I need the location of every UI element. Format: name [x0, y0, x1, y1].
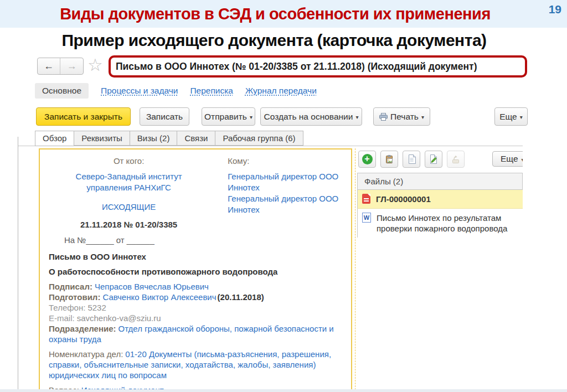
letter-head: От кого: Северо-Западный институт управл…: [40, 149, 351, 245]
recipient-link[interactable]: Генеральный директор ООО Иннотех: [228, 193, 351, 215]
nomenclature-line: Номенклатура дел:01-20 Документы (письма…: [49, 349, 342, 380]
prepared-date: (20.11.2018): [218, 292, 264, 302]
save-button[interactable]: Записать: [140, 107, 189, 126]
chevron-down-icon: ▾: [522, 157, 523, 163]
file-row-pdf[interactable]: ГЛ-000000001: [357, 190, 523, 209]
page-number: 19: [549, 3, 561, 16]
signed-line: Подписал:Чепрасов Вячеслав Юрьевич: [49, 281, 342, 292]
prepared-line: Подготовил:Савченко Виктор Алексеевич(20…: [49, 292, 342, 302]
add-file-button[interactable]: +: [358, 151, 376, 168]
tab-vizy[interactable]: Визы (2): [130, 131, 177, 146]
tab-rekvizity[interactable]: Реквизиты: [74, 131, 130, 146]
phone-line: Телефон:5232: [49, 302, 342, 313]
form-left-border: [18, 137, 18, 389]
letter-from-column: От кого: Северо-Западный институт управл…: [49, 156, 209, 245]
document-title: Письмо в ООО Иннотех (№ 01-20/3385 от 21…: [116, 61, 477, 73]
files-list: Файлы (2) ГЛ-000000001 W Письмо Иннотех …: [357, 173, 523, 238]
chevron-down-icon: ▾: [250, 114, 252, 120]
registration-line: 21.11.2018 № 01-20/3385: [49, 220, 209, 229]
files-toolbar: +: [358, 151, 465, 168]
to-label: Кому:: [228, 156, 351, 166]
slide-title: Виды документов в СЭД и особенности их п…: [22, 0, 528, 28]
document-icon: [408, 154, 416, 164]
email-line: E-mail:savchenko-va@sziu.ru: [49, 313, 342, 323]
chevron-down-icon: ▾: [421, 114, 424, 120]
preview-splitter[interactable]: [355, 148, 355, 390]
plus-icon: +: [362, 154, 373, 164]
document-title-highlight: Письмо в ООО Иннотех (№ 01-20/3385 от 21…: [109, 55, 527, 78]
chevron-down-icon: ▾: [520, 114, 523, 120]
create-based-on-button[interactable]: Создать на основании ▾: [260, 107, 362, 126]
forward-arrow-icon[interactable]: →: [60, 58, 83, 74]
tab-obzor[interactable]: Обзор: [35, 131, 74, 146]
slide: Виды документов в СЭД и особенности их п…: [0, 0, 567, 392]
tab-svyazi[interactable]: Связи: [177, 131, 215, 146]
department-line: Подразделение:Отдел гражданской обороны,…: [49, 323, 342, 344]
from-organization-link[interactable]: Северо-Западный институт управления РАНХ…: [49, 171, 209, 193]
letter-title: Письмо в ООО Иннотех: [49, 251, 342, 262]
slide-header-band: Виды документов в СЭД и особенности их п…: [0, 0, 567, 28]
tab-zhurnal-peredachi[interactable]: Журнал передачи: [245, 86, 317, 96]
slide-bottom-strip: [0, 389, 567, 392]
more-button[interactable]: Еще ▾: [494, 107, 528, 126]
tab-osnovnoe[interactable]: Основное: [35, 83, 89, 99]
prepared-by-link[interactable]: Савченко Виктор Алексеевич: [102, 292, 216, 302]
finish-editing-icon: [451, 155, 460, 164]
print-button[interactable]: Печать ▾: [373, 107, 430, 126]
chevron-down-icon: ▾: [355, 114, 358, 120]
pdf-file-icon: [362, 194, 370, 204]
history-nav-group: ← →: [37, 58, 84, 75]
files-list-header: Файлы (2): [357, 173, 523, 190]
letter-subject: О работоспособности противопожарного вод…: [49, 266, 342, 277]
file-row-word[interactable]: W Письмо Иннотех по результатам проверки…: [357, 209, 523, 238]
file-name: Письмо Иннотех по результатам проверки п…: [377, 213, 519, 234]
back-arrow-icon[interactable]: ←: [38, 58, 60, 74]
document-tabs: Обзор Реквизиты Визы (2) Связи Рабочая г…: [35, 131, 303, 146]
view-file-button[interactable]: [403, 151, 420, 168]
recipient-link[interactable]: Генеральный директор ООО Иннотех: [228, 171, 351, 193]
letter-preview: От кого: Северо-Западный институт управл…: [39, 148, 352, 390]
signed-by-link[interactable]: Чепрасов Вячеслав Юрьевич: [95, 282, 209, 291]
from-label: От кого:: [49, 156, 209, 166]
edit-file-button[interactable]: [425, 151, 442, 168]
favorite-star-icon[interactable]: ☆: [87, 56, 103, 75]
clipboard-image-icon: [385, 155, 394, 164]
printer-icon: [379, 113, 388, 121]
tab-processy-i-zadachi[interactable]: Процессы и задачи: [101, 86, 178, 96]
finish-editing-button: [447, 151, 465, 168]
letter-body: Письмо в ООО Иннотех О работоспособности…: [40, 245, 351, 390]
section-tabs: Основное Процессы и задачи Переписка Жур…: [35, 82, 317, 99]
scan-file-button[interactable]: [380, 151, 398, 168]
word-file-icon: W: [362, 213, 371, 223]
reference-line: На №______ от ______: [49, 235, 209, 245]
document-class-link[interactable]: ИСХОДЯЩИЕ: [49, 202, 209, 213]
send-button[interactable]: Отправить ▾: [202, 107, 255, 126]
tab-perepiska[interactable]: Переписка: [190, 86, 233, 96]
signing-fields: Подписал:Чепрасов Вячеслав Юрьевич Подго…: [49, 281, 342, 344]
tab-divider-line: [18, 146, 523, 146]
files-panel: +: [356, 148, 523, 390]
letter-to-column: Кому: Генеральный директор ООО Иннотех Г…: [228, 156, 351, 245]
save-and-close-button[interactable]: Записать и закрыть: [36, 107, 131, 126]
file-name: ГЛ-000000001: [376, 194, 431, 204]
tab-rabochaya-gruppa[interactable]: Рабочая группа (6): [215, 131, 303, 146]
slide-subtitle: Пример исходящего документа (карточка до…: [11, 31, 537, 50]
edit-pencil-icon: [429, 154, 438, 164]
files-more-button[interactable]: Еще ▾: [492, 151, 523, 167]
